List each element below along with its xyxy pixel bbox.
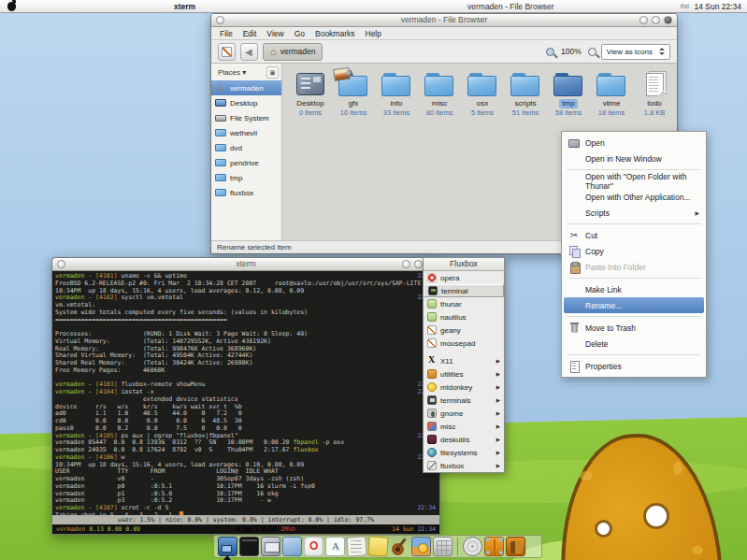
taskbar-entry-xterm[interactable]: xterm	[174, 2, 195, 11]
file-item-info[interactable]: info33 items	[375, 73, 418, 117]
places-dropdown[interactable]: Places ▾	[214, 66, 250, 79]
fluxbox-item-opera[interactable]: opera	[424, 271, 504, 284]
desktop-icon	[215, 99, 226, 107]
dock-guitar-icon[interactable]	[390, 537, 409, 556]
fluxbox-item-terminals[interactable]: terminals▶	[424, 394, 504, 407]
context-item-properties[interactable]: Properties	[562, 358, 706, 374]
menu-separator	[567, 223, 701, 224]
dock-folder-icon[interactable]	[282, 537, 302, 556]
file-item-tmp[interactable]: tmp58 items	[547, 73, 590, 117]
terminal-output[interactable]: vermaden - [4101] uname -v && uptime22:3…	[52, 271, 439, 515]
fluxbox-item-terminal[interactable]: terminal	[424, 284, 504, 297]
window-menu-button[interactable]	[57, 260, 65, 268]
file-item-osx[interactable]: osx5 items	[461, 73, 504, 117]
window-menu-button[interactable]	[216, 16, 224, 24]
sidebar-item-fluxbox[interactable]: fluxbox	[211, 185, 281, 200]
context-item-make-link[interactable]: Make Link	[562, 281, 706, 297]
context-item-label: Cut	[585, 231, 597, 240]
taskbar-entry-filebrowser[interactable]: vermaden - File Browser	[467, 2, 554, 11]
location-label: vermaden	[280, 47, 316, 56]
running-indicator	[223, 555, 231, 560]
context-item-open[interactable]: Open	[562, 135, 706, 151]
close-button[interactable]	[664, 16, 672, 24]
dock-cdrom-icon[interactable]	[463, 537, 482, 556]
zoom-out-icon[interactable]	[546, 48, 554, 56]
fluxbox-item-utilities[interactable]: utilities▶	[424, 367, 504, 381]
fluxbox-item-x11[interactable]: X11▶	[424, 354, 504, 367]
maximize-button[interactable]	[652, 16, 660, 24]
sidebar-item-dvd[interactable]: dvd	[211, 140, 281, 155]
context-item-open-with-open-folder-with-thunar[interactable]: Open with "Open Folder with Thunar"	[562, 173, 706, 189]
file-browser-titlebar[interactable]: vermaden - File Browser	[211, 14, 677, 27]
sidebar-item-desktop[interactable]: Desktop	[211, 95, 281, 110]
sidebar-item-pendrive[interactable]: pendrive	[211, 155, 281, 170]
file-item-vlime[interactable]: vlime18 items	[590, 73, 633, 117]
fluxbox-item-mousepad[interactable]: mousepad	[424, 337, 504, 350]
edit-button[interactable]	[218, 43, 236, 61]
gnome-icon	[427, 409, 437, 418]
fluxbox-item-gnome[interactable]: gnome▶	[424, 407, 504, 420]
back-button[interactable]: ◀	[240, 43, 258, 61]
menu-edit[interactable]: Edit	[243, 29, 257, 38]
minimize-button[interactable]	[402, 260, 410, 268]
menu-go[interactable]: Go	[294, 29, 305, 38]
dock-opera-icon[interactable]	[304, 537, 323, 556]
sidebar-item-vermaden[interactable]: ⌂vermaden	[211, 80, 281, 95]
file-item-todo[interactable]: todo1.8 KB	[633, 73, 676, 117]
nautilus-icon	[427, 312, 437, 322]
xterm-titlebar[interactable]: xterm	[52, 258, 439, 271]
menu-separator	[567, 169, 701, 170]
dock-text-editor-icon[interactable]	[325, 537, 345, 556]
dock-drive-orange-icon[interactable]	[484, 537, 504, 556]
view-mode-select[interactable]: View as Icons	[601, 44, 670, 60]
zoom-in-icon[interactable]	[588, 48, 596, 56]
file-item-desktop[interactable]: Desktop0 items	[289, 73, 332, 117]
sidebar-close-button[interactable]: ▣	[266, 66, 279, 79]
sidebar-item-file-system[interactable]: File System	[211, 110, 281, 125]
sidebar-item-tmp[interactable]: tmp	[211, 170, 281, 185]
fluxbox-item-nautilus[interactable]: nautilus	[424, 310, 504, 323]
dock-image-viewer-icon[interactable]	[411, 537, 431, 556]
fluxbox-item-label: mousepad	[440, 339, 475, 348]
dock-notes-icon[interactable]	[367, 536, 388, 556]
dock-file-manager-icon[interactable]	[261, 537, 280, 556]
fluxbox-item-fluxbox[interactable]: fluxbox▶	[424, 459, 504, 472]
fluxbox-item-label: opera	[440, 274, 459, 282]
file-item-scripts[interactable]: scripts51 items	[504, 73, 547, 117]
maximize-button[interactable]	[414, 260, 423, 268]
terminal-line: Free Memory Pages: 46060K	[55, 367, 437, 375]
file-item-gfx[interactable]: gfx10 items	[332, 73, 375, 117]
dock-drive-orange-2-icon[interactable]	[506, 537, 525, 556]
menu-help[interactable]: Help	[366, 29, 381, 38]
context-item-open-in-new-window[interactable]: Open in New Window	[562, 151, 706, 166]
context-item-open-with-other-application[interactable]: Open with Other Application...	[562, 189, 706, 205]
context-item-copy[interactable]: Copy	[562, 243, 706, 259]
fluxbox-item-misc[interactable]: misc▶	[424, 420, 504, 433]
fluxbox-item-deskutils[interactable]: deskutils▶	[424, 433, 504, 446]
menu-view[interactable]: View	[266, 29, 283, 38]
fluxbox-item-filesystems[interactable]: filesystems▶	[424, 446, 504, 459]
menu-bookmarks[interactable]: Bookmarks	[315, 29, 355, 38]
file-item-misc[interactable]: misc80 items	[418, 73, 461, 117]
dock-documents-icon[interactable]	[346, 536, 366, 556]
menu-file[interactable]: File	[220, 29, 233, 38]
sidebar-item-wethevil[interactable]: wethevil	[211, 125, 281, 140]
dock-terminal-icon[interactable]	[239, 537, 259, 556]
location-button[interactable]: ⌂ vermaden	[263, 43, 323, 61]
minimize-button[interactable]	[639, 16, 648, 24]
fluxbox-item-geany[interactable]: geany	[424, 323, 504, 337]
context-item-cut[interactable]: Cut	[562, 227, 706, 243]
fluxbox-item-mldonkey[interactable]: mldonkey▶	[424, 381, 504, 394]
dock-calculator-icon[interactable]	[433, 537, 453, 556]
home-icon: ⌂	[215, 83, 226, 93]
context-item-move-to-trash[interactable]: Move to Trash	[562, 320, 706, 336]
fluxbox-item-thunar[interactable]: thunar	[424, 297, 504, 310]
drive-icon	[215, 115, 226, 122]
file-info: 18 items	[598, 108, 625, 117]
context-item-delete[interactable]: Delete	[562, 336, 706, 352]
context-item-scripts[interactable]: Scripts▶	[562, 205, 706, 221]
dock-pager-icon[interactable]	[218, 537, 237, 556]
apple-icon[interactable]	[7, 2, 16, 11]
context-item-label: Open in New Window	[585, 154, 662, 164]
context-item-rename[interactable]: Rename...	[564, 297, 704, 313]
